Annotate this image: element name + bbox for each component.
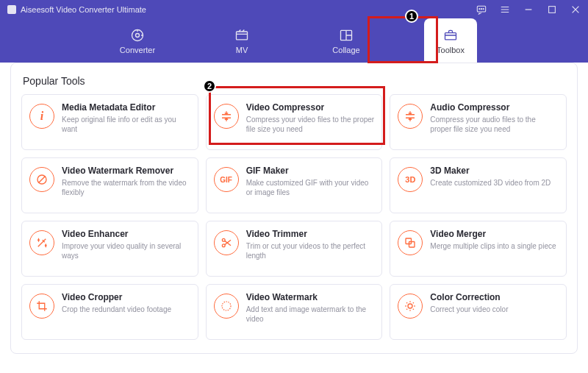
app-title: Aiseesoft Video Converter Ultimate (21, 5, 146, 14)
nav-converter[interactable]: Converter (111, 18, 164, 63)
tool-desc: Remove the watermark from the video flex… (62, 178, 190, 197)
3d-icon: 3D (398, 167, 423, 192)
app-logo-icon (7, 5, 16, 14)
tool-color-correction[interactable]: Color CorrectionCorrect your video color (390, 284, 567, 340)
nav-collage-label: Collage (332, 46, 359, 54)
tool-title: Video Merger (430, 229, 559, 239)
annotation-badge-2: 2 (203, 79, 216, 93)
svg-rect-8 (445, 33, 456, 40)
crop-icon (29, 294, 54, 319)
tool-video-watermark-remover[interactable]: Video Watermark RemoverRemove the waterm… (21, 157, 198, 213)
tool-audio-compressor[interactable]: Audio CompressorCompress your audio file… (390, 94, 567, 150)
tool-title: GIF Maker (246, 166, 375, 176)
tool-desc: Trim or cut your videos to the perfect l… (246, 241, 375, 260)
svg-point-1 (479, 8, 480, 9)
tool-title: Color Correction (430, 292, 559, 302)
tool-desc: Compress your video files to the proper … (246, 115, 375, 134)
svg-rect-12 (406, 238, 412, 244)
tool-title: Video Cropper (62, 292, 190, 302)
tool-desc: Correct your video color (430, 305, 559, 314)
tool-title: 3D Maker (430, 166, 559, 176)
tool-3d-maker[interactable]: 3D3D MakerCreate customized 3D video fro… (390, 157, 567, 213)
toolbox-icon (443, 28, 458, 43)
nav-mv-label: MV (236, 46, 248, 54)
svg-point-3 (483, 8, 484, 9)
tool-video-cropper[interactable]: Video CropperCrop the redundant video fo… (21, 284, 198, 340)
color-icon (398, 294, 423, 319)
tool-desc: Add text and image watermark to the vide… (246, 305, 375, 324)
minimize-icon[interactable] (523, 4, 534, 15)
titlebar: Aiseesoft Video Converter Ultimate (0, 0, 588, 18)
feedback-icon[interactable] (476, 4, 487, 15)
window-controls (476, 4, 581, 15)
content-panel: Popular Tools iMedia Metadata EditorKeep… (10, 63, 578, 354)
converter-icon (130, 28, 145, 43)
watermark-icon (214, 294, 239, 319)
tool-title: Audio Compressor (430, 102, 559, 113)
nav-collage[interactable]: Collage (320, 18, 373, 63)
gif-icon: GIF (214, 167, 239, 192)
tool-title: Media Metadata Editor (62, 102, 190, 113)
tool-gif-maker[interactable]: GIFGIF MakerMake customized GIF with you… (206, 157, 383, 213)
svg-rect-6 (237, 32, 248, 40)
tool-title: Video Watermark (246, 292, 375, 302)
scissors-icon (214, 230, 239, 255)
tool-desc: Compress your audio files to the proper … (430, 115, 559, 134)
nav-toolbox-label: Toolbox (437, 46, 465, 54)
remove-watermark-icon (29, 167, 54, 192)
tool-video-enhancer[interactable]: Video EnhancerImprove your video quality… (21, 221, 198, 277)
tool-media-metadata-editor[interactable]: iMedia Metadata EditorKeep original file… (21, 94, 198, 150)
tool-title: Video Trimmer (246, 229, 375, 239)
enhance-icon (29, 230, 54, 255)
tool-title: Video Compressor (246, 102, 375, 113)
tool-desc: Keep original file info or edit as you w… (62, 115, 190, 134)
svg-point-15 (408, 304, 412, 308)
annotation-badge-1: 1 (405, 10, 418, 23)
nav-mv[interactable]: MV (215, 18, 268, 63)
tool-desc: Create customized 3D video from 2D (430, 178, 559, 188)
svg-rect-4 (549, 6, 556, 13)
maximize-icon[interactable] (547, 4, 557, 15)
nav-converter-label: Converter (120, 46, 155, 54)
top-nav: Converter MV Collage Toolbox (0, 18, 588, 63)
section-title: Popular Tools (23, 75, 565, 87)
tool-desc: Make customized GIF with your video or i… (246, 178, 375, 197)
compress-icon (398, 104, 423, 129)
tool-video-watermark[interactable]: Video WatermarkAdd text and image waterm… (206, 284, 383, 340)
menu-icon[interactable] (500, 4, 510, 15)
collage-icon (339, 28, 354, 43)
tool-video-compressor[interactable]: Video CompressorCompress your video file… (206, 94, 383, 150)
svg-point-14 (222, 302, 231, 310)
svg-point-2 (481, 8, 481, 9)
info-icon: i (29, 104, 54, 129)
svg-rect-13 (409, 242, 415, 248)
tool-video-merger[interactable]: Video MergerMerge multiple clips into a … (390, 221, 567, 277)
nav-toolbox[interactable]: Toolbox (424, 18, 477, 63)
tool-desc: Crop the redundant video footage (62, 305, 190, 314)
tool-title: Video Enhancer (62, 229, 190, 239)
tool-desc: Improve your video quality in several wa… (62, 241, 190, 260)
merge-icon (398, 230, 423, 255)
mv-icon (234, 28, 249, 43)
close-icon[interactable] (570, 4, 581, 15)
tool-video-trimmer[interactable]: Video TrimmerTrim or cut your videos to … (206, 221, 383, 277)
tools-grid: iMedia Metadata EditorKeep original file… (21, 94, 567, 340)
tool-desc: Merge multiple clips into a single piece (430, 241, 559, 251)
svg-point-10 (222, 238, 225, 241)
tool-title: Video Watermark Remover (62, 166, 190, 176)
compress-icon (214, 104, 239, 129)
svg-point-11 (222, 244, 225, 247)
